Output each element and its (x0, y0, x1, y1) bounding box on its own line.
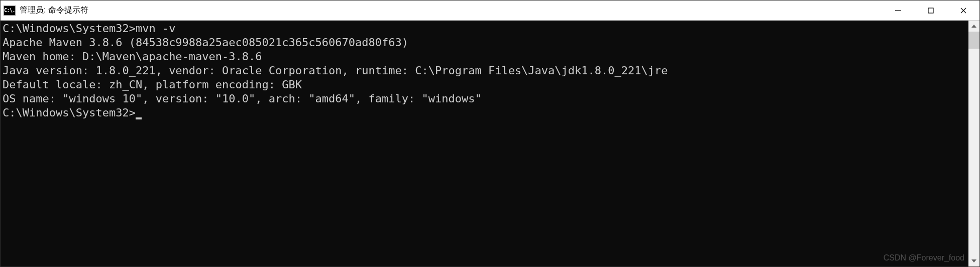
svg-rect-1 (928, 8, 933, 13)
terminal-line: C:\Windows\System32>mvn -v (3, 22, 966, 36)
cmd-icon: C:\. (4, 6, 16, 16)
command-text: mvn -v (136, 22, 175, 35)
terminal-line: Apache Maven 3.8.6 (84538c9988a25aec0850… (3, 36, 966, 50)
scroll-up-arrow-icon[interactable] (968, 21, 979, 32)
titlebar-left: C:\. 管理员: 命令提示符 (1, 5, 88, 16)
prompt: C:\Windows\System32> (3, 106, 136, 119)
close-button[interactable] (947, 1, 979, 20)
maximize-button[interactable] (914, 1, 947, 20)
minimize-button[interactable] (882, 1, 914, 20)
window-title: 管理员: 命令提示符 (20, 5, 88, 16)
close-icon (960, 7, 967, 14)
vertical-scrollbar[interactable] (968, 21, 979, 266)
terminal-line: Java version: 1.8.0_221, vendor: Oracle … (3, 64, 966, 78)
terminal-line: OS name: "windows 10", version: "10.0", … (3, 92, 966, 106)
scroll-track[interactable] (968, 32, 979, 255)
prompt: C:\Windows\System32> (3, 22, 136, 35)
window: C:\. 管理员: 命令提示符 C:\Windows\System32>mvn … (0, 0, 980, 267)
scroll-thumb[interactable] (968, 32, 979, 49)
titlebar: C:\. 管理员: 命令提示符 (1, 1, 979, 21)
scroll-down-arrow-icon[interactable] (968, 255, 979, 266)
terminal-line: Maven home: D:\Maven\apache-maven-3.8.6 (3, 50, 966, 64)
terminal-line: C:\Windows\System32> (3, 106, 966, 120)
window-controls (882, 1, 979, 20)
terminal-line: Default locale: zh_CN, platform encoding… (3, 78, 966, 92)
maximize-icon (927, 7, 934, 14)
terminal[interactable]: C:\Windows\System32>mvn -vApache Maven 3… (1, 21, 968, 266)
minimize-icon (895, 7, 902, 14)
cursor (136, 117, 142, 119)
terminal-wrapper: C:\Windows\System32>mvn -vApache Maven 3… (1, 21, 979, 266)
